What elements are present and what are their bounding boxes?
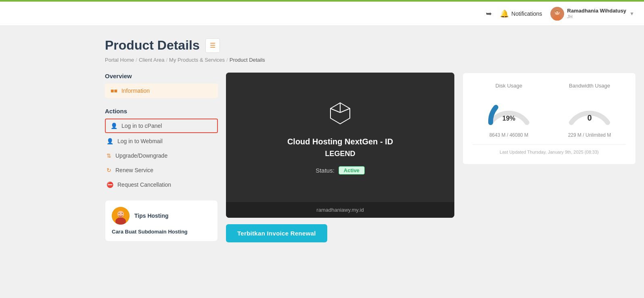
action-renew-label: Renew Service [115, 167, 153, 173]
action-cancel-label: Request Cancellation [117, 181, 171, 188]
webmail-icon: 👤 [107, 138, 113, 144]
product-status-row: Status: Active [316, 166, 365, 175]
actions-section: Actions 👤 Log in to cPanel 👤 Log in to W… [105, 108, 218, 192]
upgrade-icon: ⇅ [107, 152, 111, 159]
stats-row: Disk Usage 19% 8643 M / 46080 M [473, 83, 626, 138]
three-col-layout: Overview ■■ Information Actions 👤 Log in… [105, 73, 636, 242]
information-label: Information [121, 88, 150, 94]
product-legend: LEGEND [325, 150, 355, 158]
bandwidth-usage-label: Bandwidth Usage [569, 83, 610, 89]
page-title-row: Product Details ☰ [105, 38, 636, 53]
tips-subtitle: Cara Buat Subdomain Hosting [112, 229, 211, 235]
action-login-cpanel-label: Log in to cPanel [121, 123, 162, 129]
disk-usage-block: Disk Usage 19% 8643 M / 46080 M [485, 83, 533, 138]
action-renew-service[interactable]: ↻ Renew Service [105, 163, 218, 177]
action-request-cancellation[interactable]: ⛔ Request Cancellation [105, 177, 218, 192]
product-status-label: Status: [316, 167, 335, 174]
avatar [550, 7, 564, 21]
stats-last-updated: Last Updated Thursday, January 9th, 2025… [473, 144, 626, 154]
bell-icon: 🔔 [500, 9, 509, 18]
cancel-icon: ⛔ [107, 181, 113, 188]
action-login-webmail-label: Log in to Webmail [117, 138, 163, 144]
user-info: Ramadhania Wihdatusy JH [567, 8, 627, 19]
disk-numbers: 8643 M / 46080 M [489, 132, 529, 138]
sidebar-item-information[interactable]: ■■ Information [105, 83, 218, 98]
user-name: Ramadhania Wihdatusy [567, 8, 627, 14]
renew-icon: ↻ [107, 167, 111, 173]
header: ➥ 🔔 Notifications Ramadhania Wihdatusy J… [0, 2, 644, 26]
tips-header: Tips Hosting [112, 207, 211, 225]
breadcrumb-current: Product Details [230, 57, 265, 63]
share-icon[interactable]: ➥ [486, 9, 492, 18]
middle-col: Cloud Hosting NextGen - ID LEGEND Status… [226, 73, 454, 242]
tips-title: Tips Hosting [134, 213, 169, 219]
overview-title: Overview [105, 73, 218, 79]
status-badge: Active [339, 166, 365, 175]
information-icon: ■■ [111, 88, 117, 94]
main-content: Product Details ☰ Portal Home / Client A… [0, 26, 644, 254]
invoice-renewal-button[interactable]: Terbitkan Invoice Renewal [226, 224, 327, 242]
tips-card: Tips Hosting Cara Buat Subdomain Hosting [105, 200, 218, 242]
right-col: Disk Usage 19% 8643 M / 46080 M [462, 73, 636, 171]
product-domain: ramadhaniawy.my.id [316, 207, 364, 213]
product-card: Cloud Hosting NextGen - ID LEGEND Status… [226, 73, 454, 218]
action-upgrade-downgrade[interactable]: ⇅ Upgrade/Downgrade [105, 148, 218, 163]
product-card-footer: ramadhaniawy.my.id [226, 202, 454, 218]
cpanel-icon: 👤 [111, 123, 117, 129]
document-icon: ☰ [210, 42, 215, 49]
notifications-button[interactable]: 🔔 Notifications [500, 9, 542, 18]
bandwidth-numbers: 229 M / Unlimited M [568, 132, 611, 138]
svg-point-3 [556, 12, 556, 13]
action-login-cpanel[interactable]: 👤 Log in to cPanel [105, 119, 218, 133]
content-area: Product Details ☰ Portal Home / Client A… [97, 38, 644, 242]
user-sub: JH [567, 14, 627, 19]
actions-title: Actions [105, 108, 218, 115]
left-sidebar: Overview ■■ Information Actions 👤 Log in… [105, 73, 218, 242]
user-menu[interactable]: Ramadhania Wihdatusy JH ▼ [550, 7, 634, 21]
svg-point-8 [119, 213, 119, 214]
breadcrumb-client-area[interactable]: Client Area [139, 57, 165, 63]
breadcrumb-portal-home[interactable]: Portal Home [105, 57, 134, 63]
breadcrumb: Portal Home / Client Area / My Products … [105, 57, 636, 63]
action-upgrade-label: Upgrade/Downgrade [115, 152, 167, 159]
breadcrumb-sep-2: / [166, 57, 167, 63]
product-cube-icon [327, 100, 353, 127]
svg-line-12 [330, 108, 340, 113]
breadcrumb-sep-1: / [136, 57, 137, 63]
page-title: Product Details [105, 38, 200, 53]
notifications-label: Notifications [511, 10, 542, 17]
breadcrumb-sep-3: / [226, 57, 228, 63]
product-card-body: Cloud Hosting NextGen - ID LEGEND Status… [226, 73, 454, 202]
tips-avatar [112, 207, 130, 225]
product-bottom: Terbitkan Invoice Renewal [226, 224, 454, 242]
disk-gauge: 19% [485, 94, 533, 127]
disk-usage-label: Disk Usage [496, 83, 522, 89]
svg-text:0: 0 [587, 113, 592, 122]
user-dropdown-arrow: ▼ [629, 11, 634, 17]
action-login-webmail[interactable]: 👤 Log in to Webmail [105, 134, 218, 148]
bandwidth-gauge: 0 [565, 94, 614, 127]
svg-point-4 [558, 12, 559, 13]
svg-text:19%: 19% [502, 115, 515, 122]
title-icon-box: ☰ [205, 38, 220, 53]
svg-line-13 [340, 108, 350, 113]
product-name: Cloud Hosting NextGen - ID [287, 137, 393, 146]
svg-point-9 [122, 213, 123, 214]
stats-card: Disk Usage 19% 8643 M / 46080 M [462, 73, 636, 165]
bandwidth-usage-block: Bandwidth Usage 0 229 M / Unlimited M [565, 83, 614, 138]
breadcrumb-products-services[interactable]: My Products & Services [169, 57, 225, 63]
